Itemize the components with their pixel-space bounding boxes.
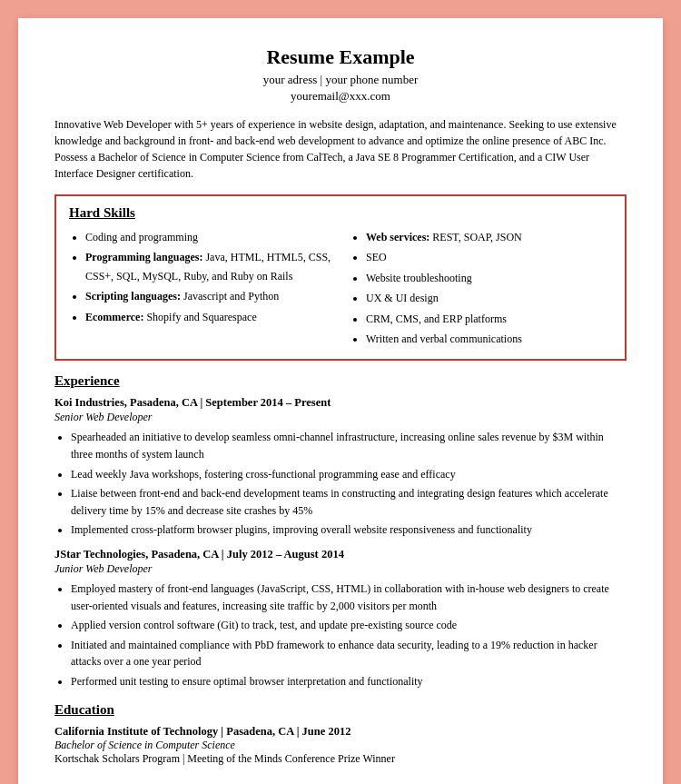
job-1-title: Senior Web Developer (54, 411, 627, 424)
experience-section: Experience Koi Industries, Pasadena, CA … (54, 373, 627, 690)
resume-document: Resume Example your adress | your phone … (18, 18, 663, 784)
bullet-item: Applied version control software (Git) t… (71, 617, 627, 634)
job-1-company: Koi Industries, Pasadena, CA | September… (54, 396, 627, 410)
skills-left-list: Coding and programming Programming langu… (69, 228, 331, 326)
edu-award: Kortschak Scholars Program | Meeting of … (54, 752, 627, 766)
contact-email: youremail@xxx.com (54, 89, 627, 104)
skill-item: Ecommerce: Shopify and Squarespace (85, 308, 331, 326)
education-section: Education California Institute of Techno… (54, 702, 627, 766)
skill-item: Scripting languages: Javascript and Pyth… (85, 287, 331, 305)
skills-left-column: Coding and programming Programming langu… (69, 228, 331, 350)
skill-item: SEO (366, 248, 612, 266)
bullet-item: Initiated and maintained compliance with… (71, 637, 627, 670)
skill-item: UX & UI design (366, 289, 612, 307)
job-2-title: Junior Web Developer (54, 562, 627, 576)
edu-location-date: | Pasadena, CA | June 2012 (221, 725, 350, 738)
edu-school: California Institute of Technology | Pas… (54, 725, 627, 739)
education-title: Education (54, 702, 627, 718)
job-2-bullets: Employed mastery of front-end languages … (54, 581, 627, 690)
job-2-company: JStar Technologies, Pasadena, CA | July … (54, 548, 627, 561)
skill-item: Web services: REST, SOAP, JSON (366, 228, 612, 246)
job-1-bullets: Spearheaded an initiative to develop sea… (54, 429, 627, 539)
bullet-item: Liaise between front-end and back-end de… (71, 485, 627, 519)
resume-title: Resume Example (54, 45, 627, 69)
skill-item: Written and verbal communications (366, 330, 612, 348)
hard-skills-section: Hard Skills Coding and programming Progr… (54, 194, 627, 361)
job-1: Koi Industries, Pasadena, CA | September… (54, 396, 627, 539)
bullet-item: Lead weekly Java workshops, fostering cr… (71, 466, 627, 483)
summary-text: Innovative Web Developer with 5+ years o… (54, 116, 627, 182)
job-2: JStar Technologies, Pasadena, CA | July … (54, 548, 627, 690)
edu-degree: Bachelor of Science in Computer Science (54, 739, 627, 752)
bullet-item: Implemented cross-platform browser plugi… (71, 521, 627, 539)
skill-item: Programming languages: Java, HTML, HTML5… (85, 248, 331, 285)
bullet-item: Performed unit testing to ensure optimal… (71, 673, 627, 690)
skill-item: Coding and programming (85, 228, 331, 246)
hard-skills-title: Hard Skills (69, 205, 612, 221)
experience-title: Experience (54, 373, 627, 389)
skills-right-column: Web services: REST, SOAP, JSON SEO Websi… (350, 228, 612, 350)
contact-line1: your adress | your phone number (54, 73, 627, 87)
edu-school-name: California Institute of Technology (54, 725, 218, 738)
bullet-item: Spearheaded an initiative to develop sea… (71, 429, 627, 462)
skill-item: Website troubleshooting (366, 269, 612, 287)
bullet-item: Employed mastery of front-end languages … (71, 581, 627, 614)
skill-item: CRM, CMS, and ERP platforms (366, 310, 612, 328)
skills-right-list: Web services: REST, SOAP, JSON SEO Websi… (350, 228, 612, 348)
skills-columns: Coding and programming Programming langu… (69, 228, 612, 350)
